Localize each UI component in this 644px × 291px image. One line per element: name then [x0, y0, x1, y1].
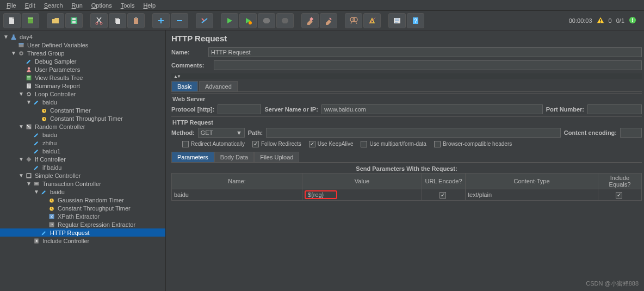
server-input[interactable]	[321, 104, 543, 114]
open-button[interactable]	[47, 13, 64, 28]
function-helper-button[interactable]	[388, 13, 406, 28]
col-include-equals[interactable]: Include Equals?	[598, 174, 642, 189]
help-button[interactable]: ?	[407, 13, 424, 28]
reset-search-button[interactable]	[363, 13, 381, 28]
cell-include-equals[interactable]	[598, 189, 642, 201]
tree-item[interactable]: ▼Transaction Controller	[0, 179, 165, 188]
tree-twisty-icon[interactable]: ▼	[18, 123, 23, 129]
tree-item[interactable]: View Results Tree	[0, 73, 165, 82]
tree-twisty-icon[interactable]: ▼	[34, 189, 39, 195]
name-input[interactable]	[208, 47, 642, 57]
error-icon[interactable]	[629, 16, 636, 25]
tree-item[interactable]: Summary Report	[0, 82, 165, 90]
menu-tools[interactable]: Tools	[116, 2, 139, 9]
tree-item[interactable]: XXPath Extractor	[0, 212, 165, 220]
cell-name[interactable]: baidu	[172, 189, 302, 201]
tree-twisty-icon[interactable]: ▼	[18, 172, 23, 178]
tree-item[interactable]: baidu1	[0, 147, 165, 155]
add-button[interactable]	[152, 13, 170, 28]
tree-item[interactable]: ▼Random Controller	[0, 122, 165, 131]
tree-item[interactable]: Constant Throughput Timer	[0, 204, 165, 212]
keepalive-checkbox[interactable]: Use KeepAlive	[309, 141, 354, 147]
tree-item[interactable]: Gaussian Random Timer	[0, 196, 165, 204]
cell-url-encode[interactable]	[422, 189, 466, 201]
editor-panel: HTTP Request Name: Comments: ▲▼ Basic Ad…	[166, 30, 644, 291]
cut-button[interactable]	[90, 13, 108, 28]
remove-button[interactable]	[171, 13, 188, 28]
col-value[interactable]: Value	[302, 174, 422, 189]
svg-rect-11	[134, 18, 138, 24]
warning-icon[interactable]	[597, 16, 604, 25]
browser-headers-checkbox[interactable]: Browser-compatible headers	[434, 141, 512, 147]
cell-content-type[interactable]: text/plain	[466, 189, 598, 201]
tree-item[interactable]: baidu	[0, 131, 165, 139]
tree-item[interactable]: zhihu	[0, 139, 165, 147]
tree-item[interactable]: User Parameters	[0, 65, 165, 73]
tree-item[interactable]: ▼Simple Controller	[0, 171, 165, 179]
tree-item[interactable]: ▼Thread Group	[0, 49, 165, 57]
tree-twisty-icon[interactable]: ▼	[26, 99, 31, 105]
paste-button[interactable]	[127, 13, 145, 28]
clear-all-button[interactable]	[320, 13, 337, 28]
tab-advanced[interactable]: Advanced	[199, 81, 238, 91]
redirect-auto-checkbox[interactable]: Redirect Automatically	[182, 141, 245, 147]
menu-search[interactable]: Search	[40, 2, 67, 9]
tree-item[interactable]: ▼baidu	[0, 188, 165, 196]
tab-body-data[interactable]: Body Data	[214, 152, 254, 162]
col-content-type[interactable]: Content-Type	[466, 174, 598, 189]
search-button[interactable]	[345, 13, 362, 28]
encoding-input[interactable]	[620, 128, 642, 138]
tree-node-icon	[33, 131, 40, 139]
menu-help[interactable]: Help	[139, 2, 160, 9]
collapse-handle[interactable]: ▲▼	[171, 73, 642, 79]
tree-twisty-icon[interactable]: ▼	[3, 34, 8, 40]
tree-item[interactable]: Include Controller	[0, 237, 165, 245]
multipart-checkbox[interactable]: Use multipart/form-data	[361, 141, 426, 147]
tree-item[interactable]: ▼Loop Controller	[0, 90, 165, 98]
test-plan-tree[interactable]: ▼day4User Defined Variables▼Thread Group…	[0, 30, 166, 291]
tree-node-icon	[48, 205, 55, 212]
menu-options[interactable]: Options	[87, 2, 116, 9]
follow-redirects-checkbox[interactable]: Follow Redirects	[252, 141, 301, 147]
col-name[interactable]: Name:	[172, 174, 302, 189]
tree-twisty-icon[interactable]: ▼	[11, 50, 16, 56]
tree-item[interactable]: Constant Throughput Timer	[0, 114, 165, 122]
tab-basic[interactable]: Basic	[171, 81, 198, 91]
tree-item[interactable]: if baidu	[0, 163, 165, 171]
params-table[interactable]: Name: Value URL Encode? Content-Type Inc…	[171, 173, 642, 201]
new-button[interactable]	[3, 13, 21, 28]
port-input[interactable]	[587, 104, 642, 114]
col-url-encode[interactable]: URL Encode?	[422, 174, 466, 189]
shutdown-button[interactable]	[276, 13, 294, 28]
method-select[interactable]: GET ▼	[198, 128, 245, 138]
tree-item[interactable]: HTTP Request	[0, 228, 165, 237]
tab-parameters[interactable]: Parameters	[171, 152, 214, 162]
tree-item[interactable]: Constant Timer	[0, 106, 165, 114]
menu-file[interactable]: File	[2, 2, 21, 9]
tree-item[interactable]: Debug Sampler	[0, 57, 165, 65]
toggle-button[interactable]	[196, 13, 213, 28]
tree-item[interactable]: User Defined Variables	[0, 41, 165, 49]
path-input[interactable]	[266, 128, 561, 138]
tree-item[interactable]: .*Regular Expression Extractor	[0, 220, 165, 228]
menu-edit[interactable]: Edit	[21, 2, 40, 9]
table-row[interactable]: baidu ${reg} text/plain	[172, 189, 642, 201]
save-button[interactable]	[65, 13, 83, 28]
templates-button[interactable]	[22, 13, 39, 28]
comments-input[interactable]	[214, 60, 642, 70]
tree-twisty-icon[interactable]: ▼	[18, 91, 23, 97]
tree-item[interactable]: ▼If Controller	[0, 155, 165, 163]
tree-item[interactable]: ▼baidu	[0, 98, 165, 106]
start-button[interactable]	[221, 13, 238, 28]
stop-button[interactable]	[258, 13, 275, 28]
start-no-timers-button[interactable]	[239, 13, 257, 28]
cell-value[interactable]: ${reg}	[302, 189, 422, 201]
tab-files-upload[interactable]: Files Upload	[254, 152, 299, 162]
protocol-input[interactable]	[218, 104, 261, 114]
tree-item[interactable]: ▼day4	[0, 33, 165, 41]
tree-twisty-icon[interactable]: ▼	[18, 156, 23, 162]
menu-run[interactable]: Run	[67, 2, 87, 9]
copy-button[interactable]	[109, 13, 126, 28]
clear-button[interactable]	[301, 13, 319, 28]
tree-twisty-icon[interactable]: ▼	[26, 181, 31, 187]
